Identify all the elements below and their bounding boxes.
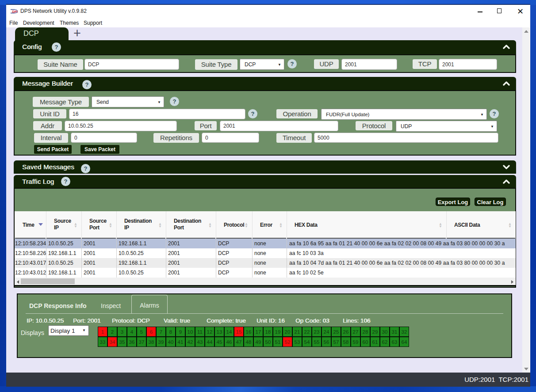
svg-text:DPS: DPS — [12, 10, 18, 14]
